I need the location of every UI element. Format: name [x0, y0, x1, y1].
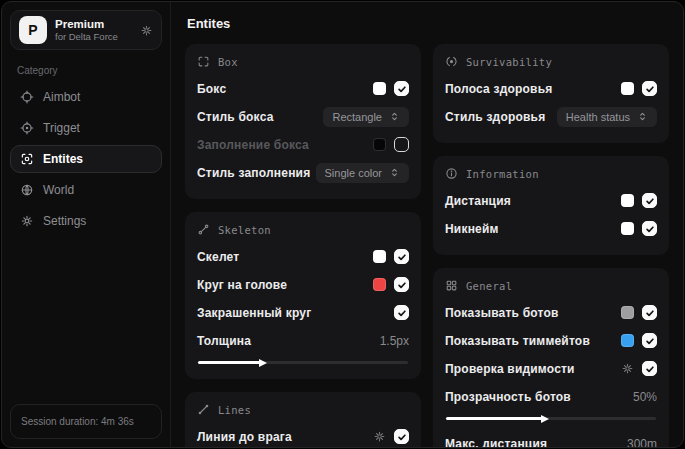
setting-row-box-style: Стиль бокса Rectangle	[197, 106, 409, 127]
bounding-box-icon	[197, 55, 210, 68]
page-title: Entites	[187, 16, 667, 31]
section-title: General	[466, 280, 512, 292]
checkbox[interactable]	[642, 305, 657, 320]
slider-value: 50%	[633, 390, 657, 404]
sidebar-item-aimbot[interactable]: Aimbot	[10, 83, 162, 111]
setting-label: Никнейм	[445, 222, 499, 236]
checkbox[interactable]	[642, 333, 657, 348]
color-swatch[interactable]	[621, 194, 634, 207]
setting-label: Закрашенный круг	[197, 306, 311, 320]
section-header: General	[445, 279, 657, 292]
setting-label: Показывать тиммейтов	[445, 334, 590, 348]
brand-logo: P	[19, 16, 47, 44]
color-swatch[interactable]	[373, 82, 386, 95]
checkbox[interactable]	[642, 81, 657, 96]
slider-thumb[interactable]	[541, 415, 549, 423]
setting-row-box: Бокс	[197, 78, 409, 99]
setting-label: Полоса здоровья	[445, 82, 552, 96]
thickness-slider[interactable]	[198, 358, 408, 367]
scan-eye-icon	[20, 152, 34, 166]
life-scan-icon	[445, 55, 458, 68]
brand-card: P Premium for Delta Force	[10, 10, 162, 50]
setting-label: Толщина	[197, 334, 251, 348]
setting-row-filled-circle: Закрашенный круг	[197, 302, 409, 323]
setting-label: Линия до врага	[197, 430, 292, 444]
section-box: Box Бокс Стиль бокса Rectangle	[185, 44, 421, 199]
section-title: Box	[218, 56, 238, 68]
color-swatch[interactable]	[373, 278, 386, 291]
checkbox[interactable]	[394, 277, 409, 292]
slider-value: 1.5px	[380, 334, 409, 348]
sidebar-item-entites[interactable]: Entites	[10, 145, 162, 173]
section-header: Skeleton	[197, 223, 409, 236]
section-title: Information	[466, 168, 539, 180]
setting-label: Показывать ботов	[445, 306, 559, 320]
color-swatch[interactable]	[373, 138, 386, 151]
setting-row-visibility-check: Проверка видимости	[445, 358, 657, 379]
checkbox[interactable]	[394, 305, 409, 320]
checkbox[interactable]	[394, 429, 409, 444]
color-swatch[interactable]	[373, 250, 386, 263]
setting-label: Макс. дистанция	[445, 437, 547, 449]
color-swatch[interactable]	[621, 334, 634, 347]
chevrons-up-down-icon	[389, 167, 400, 178]
crosshair-icon	[20, 90, 34, 104]
setting-label: Дистанция	[445, 194, 511, 208]
checkbox[interactable]	[394, 81, 409, 96]
color-swatch[interactable]	[621, 222, 634, 235]
gear-icon[interactable]	[140, 24, 153, 37]
right-column: Survivability Полоса здоровья Стиль здор…	[433, 44, 669, 448]
setting-label: Прозрачность ботов	[445, 390, 571, 404]
session-duration: Session duration: 4m 36s	[10, 404, 162, 439]
brand-subtitle: for Delta Force	[55, 31, 118, 43]
setting-row-skeleton: Скелет	[197, 246, 409, 267]
setting-row-show-bots: Показывать ботов	[445, 302, 657, 323]
setting-label: Стиль заполнения	[197, 166, 310, 180]
info-icon	[445, 167, 458, 180]
fill-style-select[interactable]: Single color	[316, 163, 409, 183]
target-icon	[20, 121, 34, 135]
main-panel: Entites Box Бокс	[171, 2, 683, 447]
color-swatch[interactable]	[621, 82, 634, 95]
sidebar-item-trigget[interactable]: Trigget	[10, 114, 162, 142]
sidebar-item-label: World	[43, 183, 74, 197]
bone-icon	[197, 223, 210, 236]
setting-row-distance: Дистанция	[445, 190, 657, 211]
slider-group-bot-opacity: Прозрачность ботов 50%	[445, 386, 657, 423]
section-title: Skeleton	[218, 224, 271, 236]
checkbox[interactable]	[394, 137, 409, 152]
slider-thumb[interactable]	[259, 359, 267, 367]
slider-group-thickness: Толщина 1.5px	[197, 330, 409, 367]
sidebar-item-label: Aimbot	[43, 90, 80, 104]
bot-opacity-slider[interactable]	[446, 414, 656, 423]
checkbox[interactable]	[394, 249, 409, 264]
brand-text: Premium for Delta Force	[55, 17, 118, 43]
color-swatch[interactable]	[621, 306, 634, 319]
sidebar-item-world[interactable]: World	[10, 176, 162, 204]
setting-label: Бокс	[197, 82, 226, 96]
box-style-select[interactable]: Rectangle	[323, 107, 409, 127]
checkbox[interactable]	[642, 193, 657, 208]
slider-label-row: Толщина 1.5px	[197, 330, 409, 351]
checkbox[interactable]	[642, 221, 657, 236]
checkbox[interactable]	[642, 361, 657, 376]
sidebar-item-label: Entites	[43, 152, 83, 166]
gear-icon[interactable]	[373, 430, 386, 443]
setting-label: Скелет	[197, 250, 239, 264]
gear-icon	[20, 214, 34, 228]
setting-row-box-fill: Заполнение бокса	[197, 134, 409, 155]
section-title: Survivability	[466, 56, 552, 68]
slider-value: 300m	[627, 437, 657, 449]
gear-icon[interactable]	[621, 362, 634, 375]
sidebar-item-label: Settings	[43, 214, 86, 228]
setting-label: Стиль бокса	[197, 110, 274, 124]
slider-label-row: Макс. дистанция 300m	[445, 433, 657, 448]
health-style-select[interactable]: Health status	[557, 107, 657, 127]
select-value: Single color	[325, 167, 382, 179]
app-window: P Premium for Delta Force Category Aimbo…	[1, 1, 684, 448]
sidebar-item-settings[interactable]: Settings	[10, 207, 162, 235]
setting-row-fill-style: Стиль заполнения Single color	[197, 162, 409, 183]
setting-label: Стиль здоровья	[445, 110, 545, 124]
section-title: Lines	[218, 404, 251, 416]
section-lines: Lines Линия до врага Линия взгляда	[185, 392, 421, 448]
